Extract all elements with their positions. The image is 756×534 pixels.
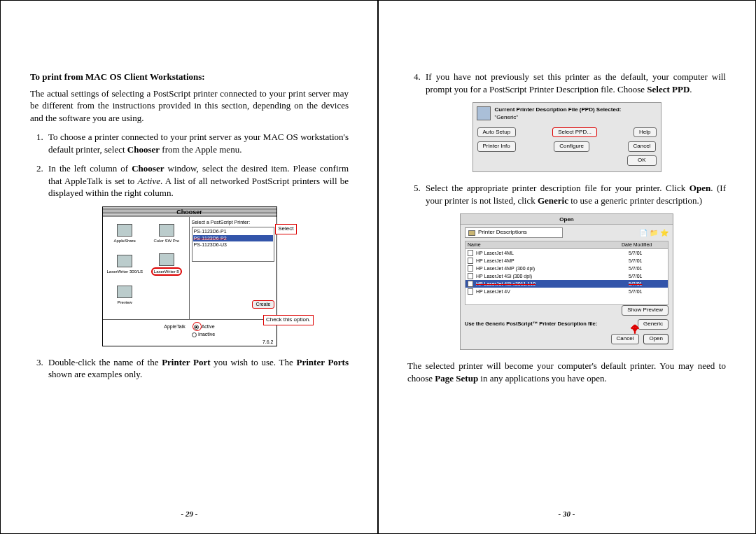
cancel-button[interactable]: Cancel	[628, 141, 657, 152]
laserwriter8-icon[interactable]: LaserWriter 8	[146, 250, 187, 279]
closing-paragraph: The selected printer will become your co…	[407, 360, 726, 384]
page-29: To print from MAC OS Client Workstations…	[0, 0, 378, 534]
chooser-version: 7.6.2	[262, 339, 274, 345]
file-list: HP LaserJet 4ML5/7/01 HP LaserJet 4MP5/7…	[465, 249, 668, 305]
intro-paragraph: The actual settings of selecting a PostS…	[30, 87, 349, 125]
step-3: Double-click the name of the Printer Por…	[46, 356, 349, 381]
step-1: To choose a printer connected to your pr…	[46, 131, 349, 155]
ps-item-3[interactable]: PS-1123D6-U3	[193, 241, 273, 248]
colorsw-icon[interactable]: Color SW Pro	[146, 219, 187, 248]
file-row[interactable]: HP LaserJet 4Si (300 dpi)5/7/01	[465, 272, 668, 280]
folder-combo[interactable]: Printer Descriptions	[465, 227, 563, 238]
callout-select: Select	[275, 224, 296, 234]
select-ppd-button[interactable]: Select PPD...	[552, 127, 597, 138]
step-4: If you have not previously set this prin…	[423, 71, 726, 95]
create-button[interactable]: Create	[252, 300, 274, 308]
doc-icon	[468, 258, 473, 264]
preview-icon[interactable]: Preview	[105, 281, 146, 310]
doc-icon	[468, 265, 473, 272]
step-5: Select the appropriate printer descripti…	[423, 182, 726, 206]
col-name[interactable]: Name	[465, 241, 622, 248]
chooser-figure-wrap: Chooser AppleShare Color SW Pro LaserWri…	[30, 206, 349, 346]
ps-list-title: Select a PostScript Printer:	[192, 219, 274, 225]
file-row-selected[interactable]: HP LaserJet 4Si v2011.1105/7/01	[465, 280, 668, 288]
folder-icon	[468, 230, 475, 236]
steps-list-right: If you have not previously set this prin…	[407, 71, 726, 95]
active-radio[interactable]	[194, 325, 199, 330]
doc-icon	[468, 281, 473, 287]
file-row[interactable]: HP LaserJet 4V5/7/01	[465, 288, 668, 295]
ppd-header: Current Printer Description File (PPD) S…	[495, 106, 622, 114]
file-list-header: Name Date Modified	[465, 241, 668, 249]
open-dialog: Open Printer Descriptions 📄 📁 ⭐ Name Dat…	[460, 213, 673, 350]
heading: To print from MAC OS Client Workstations…	[30, 71, 349, 83]
steps-list-right-2: Select the appropriate printer descripti…	[407, 182, 726, 206]
chooser-left-pane: AppleShare Color SW Pro LaserWriter 300/…	[103, 217, 190, 319]
callout-check: Check this option.	[263, 315, 314, 325]
show-preview-button[interactable]: Show Preview	[622, 305, 668, 316]
red-arrow-annotation	[629, 318, 641, 334]
page-number-right: - 30 -	[378, 509, 755, 519]
auto-setup-button[interactable]: Auto Setup	[477, 127, 517, 138]
file-row[interactable]: HP LaserJet 4MP (300 dpi)5/7/01	[465, 265, 668, 272]
laserwriter300-icon[interactable]: LaserWriter 300/LS	[105, 250, 146, 279]
step-2: In the left column of Chooser window, se…	[46, 162, 349, 199]
chooser-titlebar: Chooser	[103, 207, 276, 217]
open-figure-wrap: Open Printer Descriptions 📄 📁 ⭐ Name Dat…	[407, 213, 726, 350]
page-30: If you have not previously set this prin…	[378, 0, 756, 534]
file-row[interactable]: HP LaserJet 4ML5/7/01	[465, 249, 668, 257]
ok-button[interactable]: OK	[627, 155, 657, 166]
ps-item-2[interactable]: PS-1123D6-P2	[193, 235, 273, 241]
steps-list-left-2: Double-click the name of the Printer Por…	[30, 356, 349, 381]
ps-item-1[interactable]: PS-1123D6-P1	[193, 228, 273, 234]
chooser-outer: Chooser AppleShare Color SW Pro LaserWri…	[102, 206, 277, 346]
open-button[interactable]: Open	[643, 334, 668, 344]
steps-list-left: To choose a printer connected to your pr…	[30, 131, 349, 199]
doc-icon	[468, 273, 473, 279]
ppd-sub: "Generic"	[495, 114, 622, 122]
generic-button[interactable]: Generic	[638, 319, 668, 330]
active-highlight	[192, 322, 202, 331]
appletalk-label: AppleTalk	[164, 324, 185, 329]
help-button[interactable]: Help	[634, 127, 656, 138]
configure-button[interactable]: Configure	[554, 141, 589, 152]
file-row[interactable]: HP LaserJet 4MP5/7/01	[465, 257, 668, 265]
col-date[interactable]: Date Modified	[622, 241, 661, 248]
doc-icon	[468, 288, 473, 295]
open-titlebar: Open	[461, 214, 673, 225]
chooser-bottom: AppleTalk Active AppleTalk Inactive 7.6.…	[103, 319, 276, 347]
page-number-left: - 29 -	[1, 509, 378, 519]
inactive-radio[interactable]	[192, 332, 197, 337]
ps-list: PS-1123D6-P1 PS-1123D6-P2 PS-1123D6-U3	[192, 227, 274, 262]
ppd-figure-wrap: Current Printer Description File (PPD) S…	[407, 102, 726, 172]
printer-info-button[interactable]: Printer Info	[477, 141, 516, 152]
chooser-right-pane: Select a PostScript Printer: PS-1123D6-P…	[190, 217, 276, 319]
toolbar-icons: 📄 📁 ⭐	[639, 228, 668, 238]
chooser-body: AppleShare Color SW Pro LaserWriter 300/…	[103, 217, 276, 319]
appleshare-icon[interactable]: AppleShare	[105, 219, 146, 248]
doc-icon	[468, 250, 473, 256]
chooser-window: Chooser AppleShare Color SW Pro LaserWri…	[102, 206, 277, 346]
open-cancel-button[interactable]: Cancel	[611, 334, 640, 344]
printer-icon	[477, 106, 491, 120]
ppd-dialog: Current Printer Description File (PPD) S…	[472, 102, 662, 172]
